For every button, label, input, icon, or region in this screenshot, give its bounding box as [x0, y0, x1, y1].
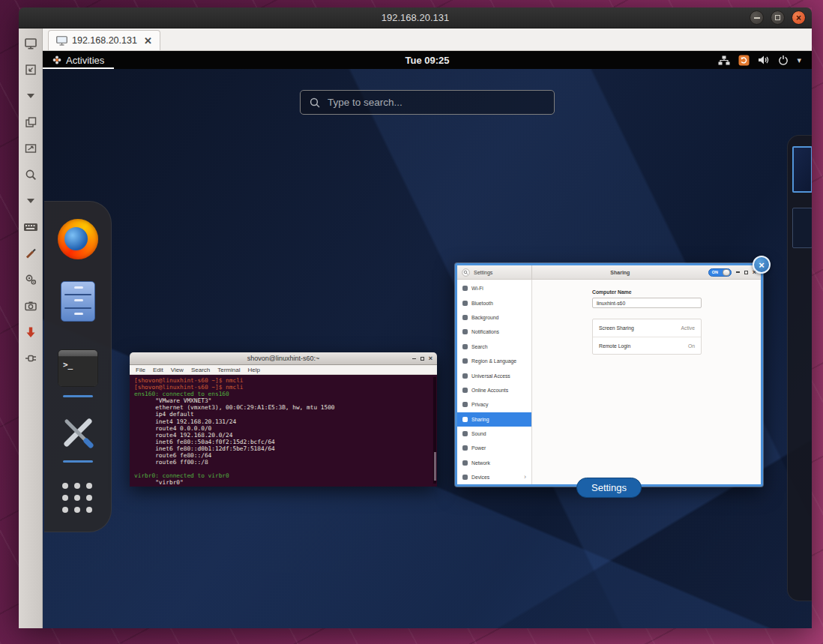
close-icon: ×: [759, 259, 765, 271]
chevron-down-icon[interactable]: ▾: [797, 55, 801, 65]
wifi-icon: [462, 286, 468, 291]
chevron-right-icon: ›: [524, 474, 526, 481]
duplicate-icon[interactable]: [23, 115, 38, 130]
scaled-mode-icon[interactable]: [23, 141, 38, 156]
settings-sidebar-item[interactable]: Search: [457, 340, 531, 354]
panel-title: Sharing: [532, 265, 708, 279]
settings-tools-icon[interactable]: [58, 412, 98, 453]
menu-item[interactable]: Terminal: [217, 367, 240, 373]
maximize-icon[interactable]: [744, 271, 748, 274]
settings-sidebar-item[interactable]: Region & Language: [457, 354, 531, 368]
settings-app-label: Settings: [474, 270, 492, 275]
system-tray: ▾: [718, 51, 801, 69]
power-icon[interactable]: [778, 55, 789, 65]
monitor-icon[interactable]: [23, 36, 38, 51]
toggle-knob: [723, 269, 730, 276]
settings-sidebar-item[interactable]: Online Accounts: [457, 383, 531, 397]
background-icon: [462, 315, 468, 320]
menu-item[interactable]: Search: [191, 367, 210, 373]
software-update-badge-icon[interactable]: [738, 55, 750, 66]
activities-button[interactable]: Activities: [43, 51, 114, 69]
menu-item[interactable]: File: [136, 367, 145, 373]
minimize-icon[interactable]: [412, 358, 416, 360]
remote-screen: Activities Tue 09:25 ▾ Type to search...: [43, 51, 812, 628]
minimize-button[interactable]: [750, 10, 764, 25]
chevron-down-icon[interactable]: [23, 88, 38, 103]
preferences-gears-icon[interactable]: [23, 272, 38, 287]
sharing-toggle[interactable]: ON: [708, 268, 732, 277]
plug-icon[interactable]: [23, 351, 38, 366]
remote-viewer-window: 192.168.20.131 × 192.16: [19, 7, 812, 628]
show-applications-icon[interactable]: [58, 478, 98, 519]
brush-icon[interactable]: [23, 246, 38, 261]
workspace-thumbnail-active[interactable]: [792, 146, 812, 193]
firefox-icon[interactable]: [58, 219, 98, 259]
disconnect-arrow-icon[interactable]: [23, 325, 38, 340]
maximize-button[interactable]: [771, 10, 785, 25]
sharing-panel: Computer Name linuxhint-s60 Screen Shari…: [532, 280, 761, 484]
settings-sidebar-item[interactable]: Devices ›: [457, 470, 531, 484]
tab-close-icon[interactable]: ✕: [144, 35, 152, 46]
files-icon[interactable]: [58, 281, 98, 322]
close-button[interactable]: ×: [792, 10, 806, 25]
terminal-line: [shovon@linuxhint-s60 ~]$ nmcli: [134, 384, 431, 391]
settings-sidebar-item[interactable]: Bluetooth: [457, 295, 531, 310]
host-desktop-background: 192.168.20.131 × 192.16: [0, 0, 823, 644]
remmina-toolbar: [19, 28, 43, 628]
camera-icon[interactable]: [23, 298, 38, 313]
terminal-scrollbar[interactable]: [433, 377, 436, 484]
computer-name-label: Computer Name: [592, 289, 632, 295]
settings-sidebar-item[interactable]: Sound: [457, 427, 531, 441]
activities-label: Activities: [66, 55, 104, 66]
computer-name-field[interactable]: linuxhint-s60: [592, 298, 702, 308]
settings-sidebar-item[interactable]: Background: [457, 310, 531, 325]
settings-sidebar-item[interactable]: Privacy: [457, 397, 531, 412]
terminal-menubar: FileEditViewSearchTerminalHelp: [130, 365, 437, 375]
tab-bar: 192.168.20.131 ✕: [43, 28, 812, 51]
terminal-titlebar[interactable]: shovon@linuxhint-s60:~ ×: [130, 352, 437, 365]
connection-tab[interactable]: 192.168.20.131 ✕: [48, 30, 160, 50]
fullscreen-icon[interactable]: [23, 62, 38, 77]
menu-item[interactable]: Help: [247, 367, 259, 373]
settings-sidebar-item[interactable]: Sharing: [457, 412, 531, 427]
volume-icon[interactable]: [758, 55, 770, 65]
clock[interactable]: Tue 09:25: [405, 51, 449, 69]
workspace-thumbnail[interactable]: [792, 208, 812, 248]
settings-sidebar-item[interactable]: Power: [457, 441, 531, 455]
settings-sidebar-item[interactable]: Universal Access: [457, 368, 531, 382]
terminal-line: [134, 466, 431, 472]
settings-sidebar-item[interactable]: Notifications: [457, 325, 531, 339]
menu-item[interactable]: View: [171, 367, 184, 373]
network-icon[interactable]: [718, 55, 730, 65]
maximize-icon: [775, 15, 780, 20]
dash: >_: [44, 201, 112, 532]
keyboard-icon[interactable]: [23, 220, 38, 235]
host-titlebar[interactable]: 192.168.20.131 ×: [19, 7, 812, 28]
terminal-title: shovon@linuxhint-s60:~: [247, 355, 319, 362]
online-accounts-icon: [462, 388, 468, 393]
search-icon[interactable]: [462, 268, 470, 277]
terminal-window-preview[interactable]: shovon@linuxhint-s60:~ × FileEditViewSea…: [130, 352, 437, 487]
search-icon: [462, 344, 468, 349]
terminal-line: inet4 192.168.20.131/24: [134, 418, 431, 425]
settings-sidebar-item[interactable]: Network: [457, 456, 531, 470]
terminal-icon[interactable]: >_: [58, 348, 98, 388]
sharing-status-box: Screen Sharing Active Remote Login On: [592, 319, 702, 355]
terminal-line: "VMware VMXNET3": [134, 397, 431, 404]
sharing-status-row[interactable]: Remote Login On: [593, 337, 701, 354]
menu-item[interactable]: Edit: [153, 367, 163, 373]
magnifier-icon[interactable]: [23, 167, 38, 182]
terminal-line: route4 192.168.20.0/24: [134, 432, 431, 439]
maximize-icon[interactable]: [420, 357, 424, 361]
preview-close-button[interactable]: ×: [753, 256, 771, 274]
power-icon: [462, 445, 468, 451]
settings-window-preview[interactable]: × Settings Sharing ON ×: [455, 263, 763, 487]
notifications-icon: [462, 329, 468, 334]
search-field[interactable]: Type to search...: [300, 90, 555, 115]
activities-badge-icon: [52, 55, 61, 64]
chevron-down-icon[interactable]: [23, 193, 38, 208]
minimize-icon[interactable]: [736, 271, 740, 273]
sharing-status-row[interactable]: Screen Sharing Active: [593, 319, 701, 337]
settings-sidebar-item[interactable]: Wi-Fi: [457, 281, 531, 295]
close-icon[interactable]: ×: [429, 355, 432, 362]
